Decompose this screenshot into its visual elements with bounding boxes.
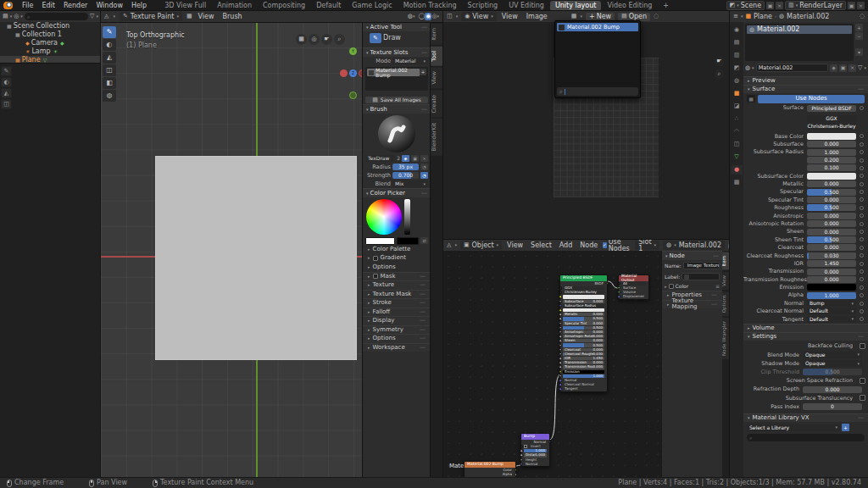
property-widget[interactable]: 1.450 bbox=[807, 260, 856, 267]
plane-object[interactable] bbox=[155, 156, 357, 360]
texture-slots-panel-header[interactable]: ▾Texture Slots— bbox=[363, 47, 431, 57]
fake-user-button[interactable]: ◈ bbox=[830, 64, 837, 72]
properties-tab[interactable]: ● bbox=[731, 165, 743, 175]
input-socket-icon[interactable] bbox=[559, 308, 562, 312]
property-widget[interactable] bbox=[807, 133, 856, 140]
properties-tab[interactable]: ◠ bbox=[731, 127, 743, 136]
input-socket-icon[interactable] bbox=[617, 286, 620, 290]
collapsed-panel[interactable]: ▸Stroke — bbox=[363, 298, 431, 308]
input-socket-icon[interactable] bbox=[559, 330, 562, 334]
material-output-node[interactable]: Material Output All Surface Volume bbox=[618, 274, 649, 300]
property-widget[interactable]: 0.500 bbox=[807, 236, 856, 243]
paint-tool-button[interactable]: ✎ bbox=[1, 66, 12, 76]
input-socket-icon[interactable] bbox=[617, 291, 620, 294]
property-widget[interactable]: 0.500 bbox=[807, 204, 856, 211]
property-widget[interactable]: Default bbox=[807, 316, 856, 323]
copy-material-button[interactable]: ▣ bbox=[839, 64, 847, 72]
properties-tab[interactable]: ◉ bbox=[731, 25, 743, 35]
input-socket-icon[interactable] bbox=[559, 379, 562, 382]
viewport-3d[interactable]: ✎◐◭◫◧◍ Top Orthographic (1) Plane ▦ ◎ ☛ … bbox=[101, 22, 363, 477]
animate-dot[interactable] bbox=[860, 166, 864, 170]
collapsed-panel[interactable]: ▸Falloff — bbox=[363, 308, 431, 317]
sidebar-tab[interactable]: Tool bbox=[431, 47, 443, 66]
sidebar-tab[interactable]: View bbox=[431, 67, 443, 88]
collapsed-panel[interactable]: ▸Display — bbox=[363, 316, 431, 325]
node-input-row[interactable]: Tangent bbox=[560, 387, 607, 391]
properties-tab[interactable]: ◪ bbox=[731, 102, 743, 111]
new-scene-button[interactable]: ▣ bbox=[766, 2, 774, 9]
outliner-row[interactable]: ✓ ▦ Collection 1 bbox=[0, 30, 101, 39]
input-socket-icon[interactable] bbox=[559, 374, 562, 378]
property-widget[interactable]: 0.000 bbox=[807, 213, 856, 219]
input-socket-icon[interactable] bbox=[559, 352, 562, 356]
property-widget[interactable]: 1.000 bbox=[807, 292, 856, 299]
input-socket-icon[interactable] bbox=[559, 296, 562, 299]
surface-shader-dropdown[interactable]: Principled BSDF bbox=[807, 105, 856, 112]
property-widget[interactable]: Default bbox=[807, 308, 856, 314]
input-socket-icon[interactable] bbox=[617, 282, 620, 286]
material-slot-item[interactable]: ◍ Material.002 bbox=[747, 25, 852, 34]
active-tool-panel-header[interactable]: ▾Active Tool— bbox=[363, 22, 431, 31]
menu-item[interactable]: Help bbox=[127, 3, 151, 9]
sidebar-tab[interactable]: Create bbox=[431, 91, 443, 118]
unlink-material-button[interactable]: × bbox=[849, 64, 856, 72]
background-color-swatch[interactable] bbox=[397, 237, 419, 245]
volume-panel-header[interactable]: ▸Volume bbox=[743, 324, 868, 332]
editor-type-icon[interactable]: ◬ bbox=[104, 14, 108, 19]
animate-dot[interactable] bbox=[860, 134, 864, 138]
animate-dot[interactable] bbox=[860, 262, 864, 266]
collapsed-subpanel[interactable]: ▸Color Palette bbox=[363, 245, 431, 254]
input-socket-icon[interactable] bbox=[559, 340, 562, 343]
viewport-tool-button[interactable]: ◫ bbox=[103, 64, 116, 76]
property-widget[interactable]: 0.030 bbox=[807, 252, 856, 259]
property-widget[interactable]: 0.000 bbox=[807, 180, 856, 187]
grid-icon[interactable]: ▦ bbox=[296, 34, 307, 45]
filter-icon[interactable]: ▽ bbox=[858, 65, 862, 71]
animate-dot[interactable] bbox=[860, 182, 864, 186]
setting-checkbox[interactable] bbox=[860, 378, 865, 384]
animate-dot[interactable] bbox=[860, 269, 864, 274]
collapsed-panel[interactable]: ▸Texture Mask — bbox=[363, 290, 431, 299]
node-title[interactable]: Material Output bbox=[619, 275, 648, 281]
material-sphere-icon[interactable]: ◍ bbox=[745, 65, 750, 71]
image-search-input[interactable]: ⌕ bbox=[557, 87, 638, 96]
unlink-icon[interactable]: ◌ bbox=[654, 14, 659, 19]
input-socket-icon[interactable] bbox=[559, 383, 562, 386]
add-slot-button[interactable]: + bbox=[420, 69, 426, 75]
settings-panel-header[interactable]: ▾Settings— bbox=[743, 332, 868, 341]
display-mode-icon[interactable]: ◎ bbox=[14, 14, 19, 19]
input-socket-icon[interactable] bbox=[520, 450, 523, 453]
properties-tab[interactable]: ■ bbox=[731, 89, 743, 98]
animate-dot[interactable] bbox=[860, 214, 864, 218]
breadcrumb-material[interactable]: Material.002 bbox=[787, 14, 829, 20]
property-widget[interactable]: 0.500 bbox=[807, 189, 856, 196]
property-widget[interactable] bbox=[807, 173, 856, 180]
animate-dot[interactable] bbox=[860, 158, 864, 163]
workspace-tab[interactable]: Motion Tracking bbox=[398, 1, 462, 11]
material-name-field[interactable]: Material.002 bbox=[756, 64, 828, 72]
image-mode-dropdown[interactable]: ◉ View▾ bbox=[461, 12, 497, 21]
open-image-button[interactable]: ▤Open bbox=[618, 13, 650, 21]
pin-icon[interactable]: ◌ bbox=[860, 14, 865, 19]
input-socket-icon[interactable] bbox=[559, 291, 562, 295]
shading-solid-icon[interactable]: ◯ bbox=[418, 14, 425, 19]
animate-dot[interactable] bbox=[860, 222, 864, 226]
workspace-tab[interactable]: UV Editing bbox=[504, 1, 549, 11]
input-socket-icon[interactable] bbox=[559, 370, 562, 374]
new-view-layer-button[interactable]: ▣ bbox=[848, 2, 855, 9]
zoom-icon[interactable]: ⌕ bbox=[714, 69, 725, 80]
input-socket-icon[interactable] bbox=[559, 318, 562, 321]
collapsed-panel[interactable]: ▸Mask — bbox=[363, 272, 431, 281]
gizmo-z-axis[interactable]: Z bbox=[349, 69, 357, 77]
preview-panel-header[interactable]: ▸Preview bbox=[743, 76, 868, 85]
mode-selector[interactable]: ✎ Texture Paint ▾ bbox=[120, 12, 182, 21]
animate-dot[interactable] bbox=[860, 253, 864, 258]
properties-tab[interactable]: ◩ bbox=[731, 64, 743, 73]
animate-dot[interactable] bbox=[860, 197, 864, 202]
menu-item[interactable]: Edit bbox=[37, 3, 59, 9]
property-widget[interactable]: 0.000 bbox=[807, 220, 856, 227]
output-socket-icon[interactable] bbox=[514, 469, 517, 472]
property-widget[interactable]: 0.000 bbox=[807, 197, 856, 203]
unlink-brush-icon[interactable]: × bbox=[420, 155, 428, 162]
brush-preview[interactable] bbox=[378, 115, 415, 152]
